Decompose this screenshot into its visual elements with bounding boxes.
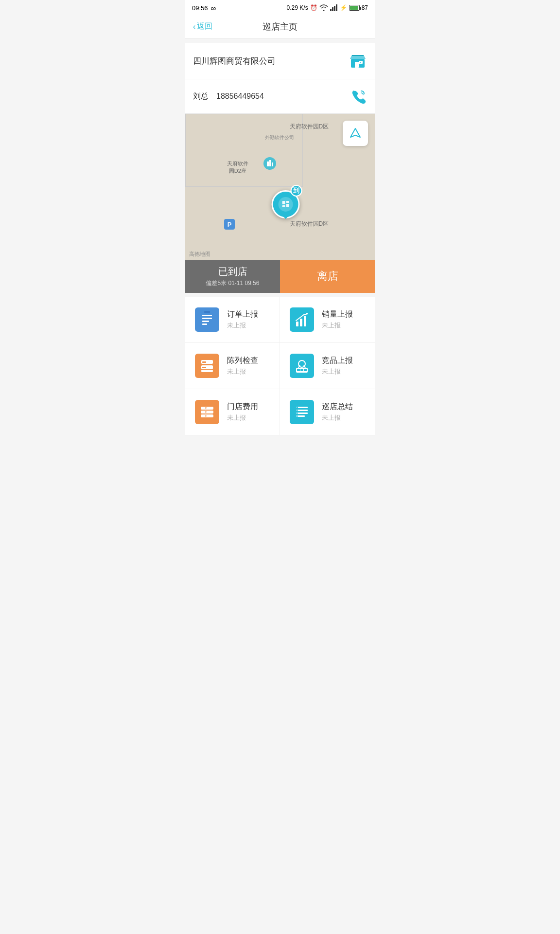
store-icon	[349, 52, 367, 70]
leave-text: 离店	[317, 269, 338, 284]
location-pin: 到	[272, 190, 300, 218]
speed-display: 0.29 K/s	[287, 4, 308, 11]
arrived-button[interactable]: 已到店 偏差5米 01-11 09:56	[185, 260, 280, 293]
expense-text: 门店费用 未上报	[227, 402, 258, 422]
svg-rect-21	[202, 323, 207, 325]
order-title: 订单上报	[227, 309, 258, 320]
display-icon	[195, 354, 219, 378]
svg-rect-39	[300, 369, 303, 371]
svg-rect-48	[294, 404, 310, 420]
svg-rect-1	[332, 7, 333, 11]
charging-icon: ⚡	[340, 4, 347, 11]
contact-title: 刘总	[193, 91, 209, 102]
svg-rect-13	[282, 201, 285, 204]
page-title: 巡店主页	[262, 21, 298, 33]
svg-rect-38	[297, 369, 300, 371]
map-label-4: 外勤软件公司	[265, 134, 294, 141]
call-icon[interactable]	[350, 88, 367, 105]
map-label-1: 天府软件园D区	[290, 123, 329, 131]
order-text: 订单上报 未上报	[227, 309, 258, 330]
svg-point-55	[297, 410, 298, 411]
svg-rect-17	[200, 312, 214, 327]
svg-text:¥: ¥	[205, 414, 207, 417]
contact-phone: 18856449654	[216, 92, 264, 101]
map-watermark: 高德地图	[189, 251, 210, 258]
svg-rect-26	[304, 316, 306, 326]
summary-title: 巡店总结	[322, 402, 353, 412]
menu-item-order[interactable]: 订单上报 未上报	[185, 297, 280, 343]
menu-item-display[interactable]: 陈列检查 未上报	[185, 343, 280, 389]
summary-text: 巡店总结 未上报	[322, 402, 353, 422]
svg-rect-43	[201, 411, 213, 413]
map-label-2: 天府软件园D区	[290, 220, 329, 228]
status-bar: 09:56 ∞ 0.29 K/s ⏰ ⚡ 87	[185, 0, 375, 15]
sales-text: 销量上报 未上报	[322, 309, 353, 330]
svg-rect-16	[286, 204, 289, 207]
back-chevron: ‹	[193, 22, 195, 31]
menu-item-compete[interactable]: 竞品上报 未上报	[280, 343, 375, 389]
svg-rect-20	[202, 321, 209, 322]
svg-rect-50	[296, 410, 308, 411]
order-icon	[195, 307, 219, 332]
order-status: 未上报	[227, 321, 258, 330]
svg-rect-2	[334, 6, 335, 11]
svg-rect-32	[201, 370, 213, 372]
svg-point-8	[360, 62, 361, 63]
menu-item-summary[interactable]: 巡店总结 未上报	[280, 389, 375, 435]
menu-grid: 订单上报 未上报 销量上报 未上报	[185, 297, 375, 435]
time-display: 09:56	[192, 4, 208, 12]
back-button[interactable]: ‹ 返回	[193, 21, 212, 32]
svg-point-57	[297, 415, 298, 417]
expense-icon: ¥ ¥ ¥	[195, 400, 219, 424]
back-label: 返回	[197, 21, 212, 32]
svg-rect-5	[355, 62, 359, 68]
compete-title: 竞品上报	[322, 356, 353, 366]
contact-section: 刘总 18856449654	[185, 79, 375, 114]
company-name: 四川辉图商贸有限公司	[193, 55, 276, 67]
svg-rect-6	[352, 55, 364, 56]
svg-rect-12	[272, 162, 273, 166]
map-label-3: 天府软件园D2座	[227, 160, 248, 175]
menu-item-expense[interactable]: ¥ ¥ ¥ 门店费用 未上报	[185, 389, 280, 435]
expense-title: 门店费用	[227, 402, 258, 412]
svg-rect-0	[330, 9, 332, 11]
svg-rect-10	[267, 162, 269, 166]
svg-rect-42	[201, 407, 213, 410]
summary-icon	[290, 400, 314, 424]
expense-status: 未上报	[227, 413, 258, 422]
svg-point-54	[297, 407, 298, 408]
display-status: 未上报	[227, 367, 258, 376]
svg-rect-18	[202, 315, 212, 316]
svg-rect-24	[296, 322, 298, 326]
navigate-button[interactable]	[343, 121, 368, 146]
svg-rect-44	[201, 414, 213, 417]
page-header: ‹ 返回 巡店主页	[185, 15, 375, 39]
svg-rect-40	[304, 369, 307, 371]
menu-item-sales[interactable]: 销量上报 未上报	[280, 297, 375, 343]
svg-text:¥: ¥	[205, 407, 207, 410]
arrived-main-text: 已到店	[218, 265, 247, 278]
compete-status: 未上报	[322, 367, 353, 376]
sales-icon	[290, 307, 314, 332]
svg-rect-3	[336, 4, 337, 11]
display-text: 陈列检查 未上报	[227, 356, 258, 376]
battery-level: 87	[362, 4, 368, 11]
svg-text:¥: ¥	[205, 411, 207, 413]
svg-rect-29	[202, 361, 206, 363]
summary-status: 未上报	[322, 413, 353, 422]
clock-icon: ⏰	[310, 4, 317, 11]
battery-icon	[349, 5, 360, 11]
svg-rect-22	[204, 311, 210, 313]
wifi-icon	[319, 4, 328, 11]
leave-button[interactable]: 离店	[280, 260, 375, 293]
company-section: 四川辉图商贸有限公司	[185, 43, 375, 79]
sales-title: 销量上报	[322, 309, 353, 320]
svg-rect-11	[269, 160, 271, 166]
svg-rect-15	[282, 205, 285, 207]
compete-icon	[290, 354, 314, 378]
loop-icon: ∞	[211, 4, 216, 12]
svg-rect-19	[202, 318, 212, 319]
compete-text: 竞品上报 未上报	[322, 356, 353, 376]
signal-icon	[330, 4, 338, 11]
svg-rect-51	[296, 413, 308, 414]
